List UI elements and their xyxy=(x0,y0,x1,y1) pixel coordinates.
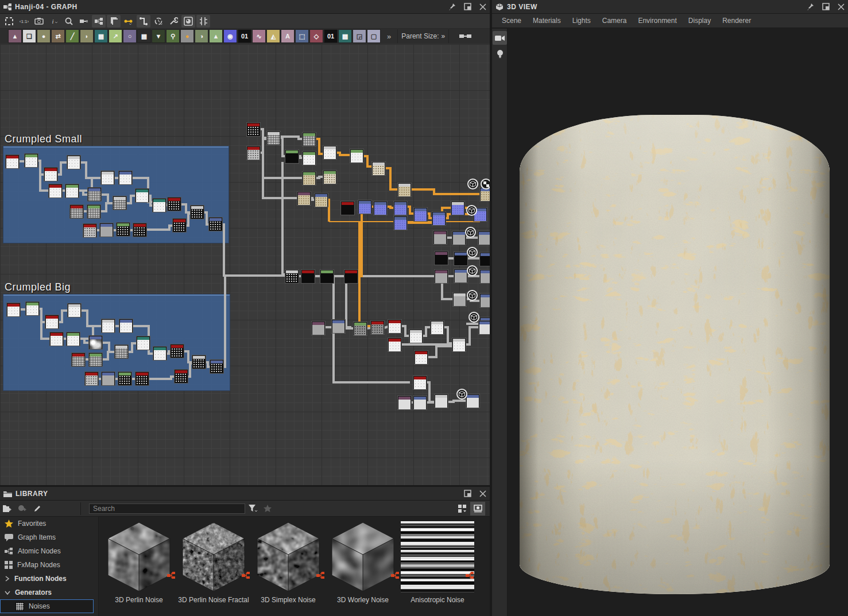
graph-node[interactable] xyxy=(323,146,336,159)
graph-node[interactable] xyxy=(303,172,316,185)
graph-node[interactable] xyxy=(168,197,181,211)
graph-node[interactable] xyxy=(247,146,260,160)
graph-node[interactable] xyxy=(350,149,363,162)
graph-node[interactable] xyxy=(358,200,371,214)
graph-node[interactable] xyxy=(209,218,222,231)
graph-node[interactable] xyxy=(480,294,490,307)
menu-display[interactable]: Display xyxy=(683,15,716,26)
graph-node[interactable] xyxy=(135,372,149,385)
invert-icon[interactable]: ◑ xyxy=(195,29,208,43)
graph-node[interactable] xyxy=(413,376,427,389)
select-icon[interactable]: ⬚ xyxy=(295,29,309,43)
graph-node[interactable] xyxy=(113,196,126,210)
graph-node[interactable] xyxy=(453,293,466,306)
info-icon[interactable]: i xyxy=(47,15,61,28)
straight-links-icon[interactable] xyxy=(122,15,135,28)
library-item[interactable]: 3D Perlin Noise xyxy=(102,520,176,616)
graph-node[interactable] xyxy=(371,321,384,334)
graph-node[interactable] xyxy=(171,344,184,358)
graph-node[interactable] xyxy=(415,351,428,364)
edit-icon[interactable] xyxy=(30,502,45,516)
graph-node[interactable] xyxy=(137,336,150,350)
link-create-icon[interactable] xyxy=(77,15,91,28)
history-icon[interactable] xyxy=(152,15,165,28)
graph-node[interactable] xyxy=(49,184,62,197)
restore-icon[interactable] xyxy=(464,490,471,497)
library-item[interactable]: 3D Worley Noise xyxy=(326,520,400,616)
graph-node[interactable] xyxy=(466,394,479,408)
sidebar-item-fxmap-nodes[interactable]: FxMap Nodes xyxy=(0,558,98,572)
graph-node[interactable] xyxy=(44,168,57,181)
fit-view-icon[interactable] xyxy=(2,15,16,28)
search-input[interactable] xyxy=(89,503,245,514)
graph-node[interactable] xyxy=(117,223,130,236)
value-processor-icon[interactable]: ▢ xyxy=(367,29,381,43)
graph-node[interactable] xyxy=(267,131,280,145)
graph-node[interactable] xyxy=(285,270,299,283)
mirror-icon[interactable]: ◭ xyxy=(266,29,280,43)
ratio-1-1-icon[interactable]: ‹1:1› xyxy=(17,15,31,28)
graph-node[interactable] xyxy=(303,152,316,165)
screenshot-icon[interactable] xyxy=(32,15,46,28)
blur-icon[interactable]: ● xyxy=(37,29,51,43)
color-wheel-icon[interactable]: ◉ xyxy=(223,29,237,43)
material-preview-cylinder[interactable] xyxy=(520,115,830,594)
graph-node[interactable] xyxy=(480,253,490,266)
graph-node[interactable] xyxy=(45,315,59,328)
output-checker-badge[interactable] xyxy=(481,179,490,189)
tile-random-icon[interactable]: ▩ xyxy=(338,29,352,43)
restore-icon[interactable] xyxy=(464,3,471,10)
distance-icon[interactable]: ↗ xyxy=(109,29,122,43)
graph-node[interactable] xyxy=(431,321,444,334)
graph-node[interactable] xyxy=(332,320,345,333)
sidebar-item-noises[interactable]: Noises xyxy=(0,599,94,613)
gradient-map-icon[interactable]: ▼ xyxy=(152,29,165,43)
graph-node[interactable] xyxy=(118,372,131,385)
graph-node[interactable] xyxy=(135,189,149,202)
graph-node[interactable] xyxy=(398,183,411,196)
output-cube-badge[interactable] xyxy=(467,265,478,276)
parent-size-control[interactable]: Parent Size:» xyxy=(397,29,449,43)
graph-node[interactable] xyxy=(394,216,407,230)
dot-node-icon[interactable]: ● xyxy=(180,29,194,43)
sidebar-item-atomic-nodes[interactable]: Atomic Nodes xyxy=(0,544,98,558)
graph-node[interactable] xyxy=(65,184,79,197)
graph-node[interactable] xyxy=(432,212,446,225)
graph-node[interactable] xyxy=(119,171,132,184)
library-item[interactable]: Anisotropic Noise xyxy=(400,520,475,616)
graph-node[interactable] xyxy=(102,319,115,332)
output-size-icon[interactable] xyxy=(459,30,473,42)
output-cube-badge[interactable] xyxy=(465,227,476,238)
node-create-icon[interactable] xyxy=(92,15,106,28)
graph-node[interactable] xyxy=(478,231,490,245)
graph-node[interactable] xyxy=(413,396,427,409)
channel-shuffle-icon[interactable]: ⇄ xyxy=(51,29,65,43)
graph-node[interactable] xyxy=(323,171,336,184)
restore-icon[interactable] xyxy=(822,3,830,10)
pin-icon[interactable] xyxy=(807,3,814,10)
search-icon[interactable] xyxy=(62,15,76,28)
library-item[interactable]: 3D Perlin Noise Fractal xyxy=(176,520,251,616)
graph-node[interactable] xyxy=(303,133,316,146)
elbow-links-icon[interactable] xyxy=(137,15,150,28)
graph-node[interactable] xyxy=(85,372,98,385)
graph-node[interactable] xyxy=(388,320,401,333)
graph-node[interactable] xyxy=(320,270,334,283)
graph-node[interactable] xyxy=(153,199,166,212)
graph-node[interactable] xyxy=(100,223,113,237)
graph-node[interactable] xyxy=(247,123,260,136)
filter-icon[interactable] xyxy=(245,502,260,516)
view3d-viewport[interactable] xyxy=(508,29,848,616)
menu-scene[interactable]: Scene xyxy=(497,15,526,26)
graph-node[interactable] xyxy=(26,302,39,315)
graph-node[interactable] xyxy=(374,202,387,215)
sidebar-item-favorites[interactable]: Favorites xyxy=(0,517,98,530)
graph-node[interactable] xyxy=(133,223,146,237)
graph-node[interactable] xyxy=(89,353,102,366)
sidebar-item-graph-items[interactable]: Graph Items xyxy=(0,530,98,544)
graph-node[interactable] xyxy=(344,270,358,283)
graph-node[interactable] xyxy=(435,251,448,265)
fill-icon[interactable]: ◇ xyxy=(309,29,323,43)
graph-node[interactable] xyxy=(435,394,448,408)
curve-icon[interactable]: ╱ xyxy=(65,29,79,43)
